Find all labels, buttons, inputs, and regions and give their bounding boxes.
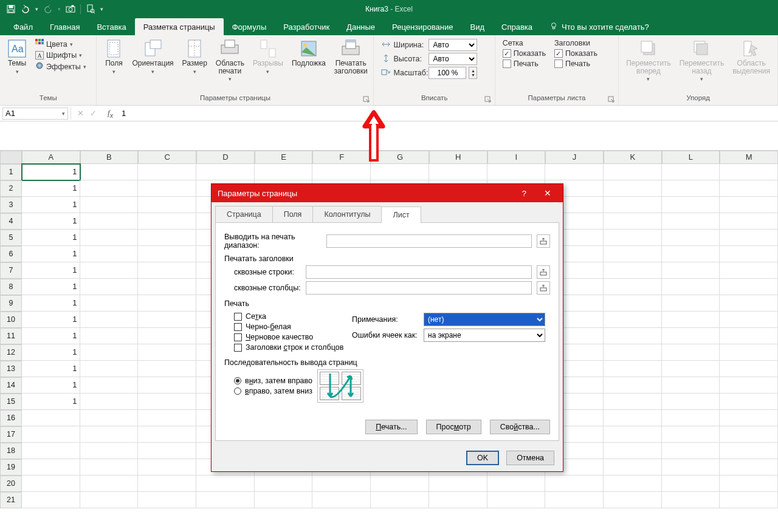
cell[interactable]	[662, 246, 720, 262]
cell[interactable]	[662, 180, 720, 197]
cell[interactable]	[604, 394, 662, 410]
cell[interactable]	[22, 459, 80, 476]
cell[interactable]	[662, 426, 720, 443]
tab-review[interactable]: Рецензирование	[384, 18, 461, 35]
cell[interactable]	[80, 410, 139, 426]
gridlines-view-checkbox[interactable]: ✓Показать	[503, 49, 546, 58]
pagesetup-launcher[interactable]	[362, 96, 371, 104]
margins-button[interactable]: Поля▾	[102, 38, 126, 77]
cell[interactable]	[80, 492, 139, 508]
name-box[interactable]: A1▾	[2, 107, 68, 120]
cell[interactable]	[720, 459, 778, 476]
qat-customize[interactable]: ▾	[100, 6, 103, 12]
cell[interactable]	[604, 377, 662, 394]
cell[interactable]	[604, 262, 662, 279]
cell[interactable]	[138, 443, 196, 459]
cell[interactable]	[138, 377, 196, 394]
cell[interactable]	[604, 295, 662, 312]
cell[interactable]	[720, 377, 778, 394]
dialog-tab-sheet[interactable]: Лист	[381, 206, 421, 223]
cell[interactable]	[720, 492, 778, 508]
dialog-tab-margins[interactable]: Поля	[272, 206, 313, 222]
row-header[interactable]: 12	[0, 344, 22, 361]
tab-help[interactable]: Справка	[493, 18, 541, 35]
cell[interactable]	[720, 443, 778, 459]
cell[interactable]	[662, 377, 720, 394]
cell[interactable]	[138, 426, 196, 443]
row-header[interactable]: 11	[0, 328, 22, 344]
cell[interactable]	[720, 312, 778, 328]
cell[interactable]	[720, 476, 778, 492]
cell[interactable]	[138, 361, 196, 377]
cell[interactable]	[604, 476, 662, 492]
cell[interactable]	[662, 230, 720, 246]
cell[interactable]	[429, 492, 487, 508]
cols-repeat-input[interactable]	[306, 281, 532, 295]
scale-launcher[interactable]	[484, 96, 492, 104]
cell[interactable]	[604, 279, 662, 295]
row-header[interactable]: 2	[0, 180, 22, 197]
cell[interactable]	[720, 246, 778, 262]
cell[interactable]: 1	[22, 180, 80, 197]
formula-bar[interactable]	[118, 106, 778, 121]
tab-home[interactable]: Главная	[41, 18, 88, 35]
cell[interactable]	[255, 492, 313, 508]
cell[interactable]	[604, 344, 662, 361]
cell[interactable]	[662, 213, 720, 230]
row-header[interactable]: 4	[0, 213, 22, 230]
cell[interactable]	[604, 361, 662, 377]
cell[interactable]	[80, 459, 139, 476]
send-backward-button[interactable]: Переместить назад▾	[677, 38, 727, 84]
column-header[interactable]: A	[22, 151, 80, 164]
print-button[interactable]: Печать...	[365, 420, 417, 434]
cell[interactable]: 1	[22, 262, 80, 279]
column-header[interactable]: K	[604, 151, 662, 164]
tab-file[interactable]: Файл	[5, 18, 41, 35]
breaks-button[interactable]: Разрывы▾	[250, 38, 286, 77]
cell[interactable]	[80, 262, 139, 279]
print-area-input[interactable]	[326, 234, 532, 248]
cell[interactable]	[255, 476, 313, 492]
sheetopts-launcher[interactable]	[607, 96, 616, 104]
properties-button[interactable]: Свойства...	[490, 420, 550, 434]
cell[interactable]	[662, 197, 720, 213]
cell[interactable]: 1	[22, 344, 80, 361]
select-all-corner[interactable]	[0, 151, 22, 164]
cell[interactable]	[312, 476, 371, 492]
cell[interactable]	[604, 213, 662, 230]
cell[interactable]: 1	[22, 279, 80, 295]
cell[interactable]	[138, 459, 196, 476]
column-header[interactable]: J	[545, 151, 604, 164]
cell[interactable]	[80, 246, 139, 262]
column-header[interactable]: B	[80, 151, 139, 164]
cell[interactable]	[80, 328, 139, 344]
height-select[interactable]: Авто	[429, 53, 477, 65]
cell[interactable]	[80, 394, 139, 410]
cell[interactable]	[720, 426, 778, 443]
cell[interactable]	[80, 361, 139, 377]
column-header[interactable]: D	[196, 151, 255, 164]
row-header[interactable]: 15	[0, 394, 22, 410]
fonts-button[interactable]: A Шрифты ▾	[35, 51, 86, 60]
row-header[interactable]: 1	[0, 164, 22, 180]
cell[interactable]	[720, 164, 778, 180]
cell[interactable]	[662, 295, 720, 312]
orientation-button[interactable]: Ориентация▾	[129, 38, 176, 77]
scale-input[interactable]	[429, 67, 466, 79]
cell[interactable]	[80, 476, 139, 492]
themes-button[interactable]: Aa Темы▾	[5, 38, 29, 77]
column-header[interactable]: L	[662, 151, 720, 164]
cell[interactable]	[80, 426, 139, 443]
dialog-close-icon[interactable]: ✕	[539, 188, 557, 198]
cell[interactable]	[138, 312, 196, 328]
cell[interactable]	[138, 230, 196, 246]
cell[interactable]	[138, 295, 196, 312]
fx-icon[interactable]: fx	[103, 108, 118, 119]
cell[interactable]	[662, 443, 720, 459]
cell[interactable]	[371, 492, 429, 508]
cell[interactable]: 1	[22, 164, 80, 180]
cell[interactable]	[138, 164, 196, 180]
cell[interactable]	[371, 164, 429, 180]
collapse-range-icon[interactable]	[537, 265, 550, 279]
cell[interactable]	[662, 459, 720, 476]
